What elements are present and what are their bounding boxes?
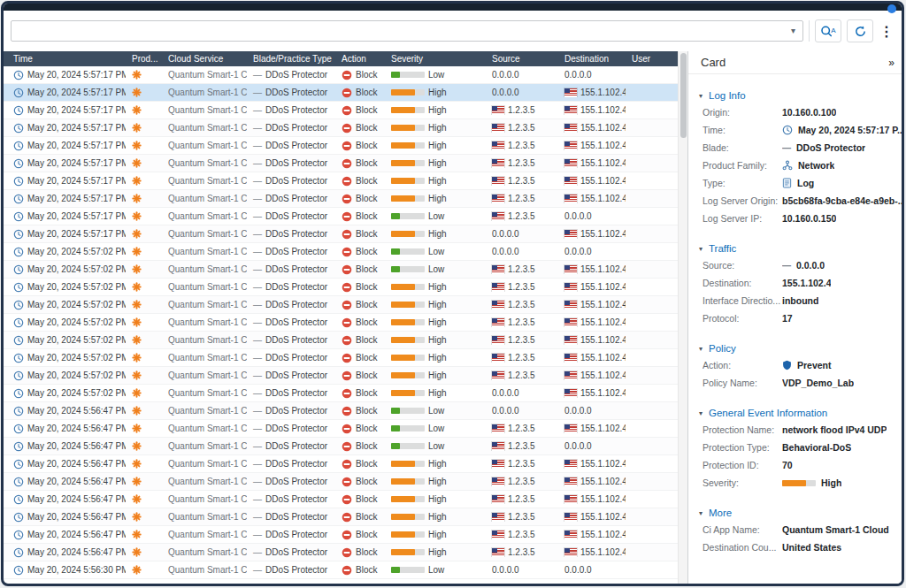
column-header-cloud-service[interactable]: Cloud Service	[162, 54, 247, 64]
product-splat-icon	[132, 282, 142, 292]
clock-icon	[13, 335, 24, 346]
card-header: Card »	[688, 51, 902, 74]
dash-icon: —	[782, 261, 791, 271]
log-row[interactable]: May 20, 2024 5:56:47 PMQuantum Smart-1 C…	[4, 420, 678, 438]
log-row[interactable]: May 20, 2024 5:57:17 PMQuantum Smart-1 C…	[4, 225, 678, 243]
log-row[interactable]: May 20, 2024 5:57:02 PMQuantum Smart-1 C…	[4, 367, 678, 385]
log-row[interactable]: May 20, 2024 5:56:47 PMQuantum Smart-1 C…	[4, 491, 678, 508]
query-dropdown-caret-icon[interactable]: ▾	[791, 27, 795, 35]
query-search-input[interactable]: ▾	[11, 20, 803, 42]
block-action-icon	[342, 565, 352, 576]
cell-time: May 20, 2024 5:56:47 PM	[7, 512, 126, 523]
column-header-user[interactable]: User	[626, 54, 678, 64]
product-splat-icon	[132, 370, 142, 380]
clock-icon	[13, 194, 24, 204]
severity-bar-icon	[391, 178, 425, 184]
dash-icon: —	[253, 176, 262, 186]
log-row[interactable]: May 20, 2024 5:57:17 PMQuantum Smart-1 C…	[4, 155, 678, 172]
table-scrollbar[interactable]	[678, 51, 687, 584]
log-row[interactable]: May 20, 2024 5:56:47 PMQuantum Smart-1 C…	[4, 508, 678, 526]
column-header-blade-practice-type[interactable]: Blade/Practice Type	[247, 54, 335, 64]
log-row[interactable]: May 20, 2024 5:57:17 PMQuantum Smart-1 C…	[4, 119, 678, 137]
field-value: Log	[782, 178, 814, 188]
refresh-button[interactable]	[847, 19, 873, 42]
us-flag-icon	[564, 177, 577, 186]
log-row[interactable]: May 20, 2024 5:57:17 PMQuantum Smart-1 C…	[4, 66, 678, 84]
us-flag-icon	[564, 124, 577, 133]
field-label: Protection ID:	[703, 460, 782, 470]
log-row[interactable]: May 20, 2024 5:57:02 PMQuantum Smart-1 C…	[4, 349, 678, 367]
cell-cloud-service: Quantum Smart-1 Cloud	[162, 70, 247, 80]
cell-severity: High	[385, 176, 486, 186]
text-search-button[interactable]: A	[815, 19, 841, 42]
log-row[interactable]: May 20, 2024 5:57:02 PMQuantum Smart-1 C…	[4, 243, 678, 261]
section-header[interactable]: ▾Traffic	[688, 241, 902, 256]
field-value: b5cb68fa-9cba-e84e-a9eb-...	[782, 195, 902, 206]
clock-icon	[782, 125, 793, 135]
card-field: Log Server Origin:b5cb68fa-9cba-e84e-a9e…	[688, 192, 902, 210]
section-header[interactable]: ▾Policy	[688, 340, 902, 356]
cell-time: May 20, 2024 5:57:02 PM	[7, 388, 126, 399]
field-value: 70	[782, 460, 793, 470]
cell-product	[126, 105, 162, 115]
log-row[interactable]: May 20, 2024 5:56:47 PMQuantum Smart-1 C…	[4, 544, 678, 561]
us-flag-icon	[564, 424, 577, 433]
section-header[interactable]: ▾Log Info	[688, 88, 902, 103]
options-menu-button[interactable]: ⋮	[879, 19, 894, 42]
product-splat-icon	[132, 406, 142, 416]
log-row[interactable]: May 20, 2024 5:56:47 PMQuantum Smart-1 C…	[4, 526, 678, 544]
log-row[interactable]: May 20, 2024 5:57:17 PMQuantum Smart-1 C…	[4, 208, 678, 225]
log-row[interactable]: May 20, 2024 5:57:02 PMQuantum Smart-1 C…	[4, 296, 678, 314]
cell-cloud-service: Quantum Smart-1 Cloud	[162, 282, 247, 292]
log-row[interactable]: May 20, 2024 5:57:02 PMQuantum Smart-1 C…	[4, 332, 678, 349]
log-row[interactable]: May 20, 2024 5:56:47 PMQuantum Smart-1 C…	[4, 473, 678, 491]
cell-severity: High	[385, 123, 486, 133]
log-row[interactable]: May 20, 2024 5:56:47 PMQuantum Smart-1 C…	[4, 438, 678, 455]
cell-blade: —DDoS Protector	[247, 512, 335, 522]
section-title: More	[709, 508, 732, 518]
section-header[interactable]: ▾More	[688, 505, 902, 521]
cell-cloud-service: Quantum Smart-1 Cloud	[162, 300, 247, 309]
user-avatar[interactable]	[887, 4, 896, 13]
cell-time: May 20, 2024 5:56:47 PM	[7, 406, 126, 416]
top-chrome-strip	[4, 4, 902, 11]
cell-cloud-service: Quantum Smart-1 Cloud	[162, 141, 247, 150]
cell-source: 1.2.3.5	[486, 335, 558, 345]
section-header[interactable]: ▾General Event Information	[688, 405, 902, 421]
column-header-prod[interactable]: Prod...	[126, 54, 162, 64]
block-action-icon	[342, 441, 352, 452]
cell-product	[126, 317, 162, 327]
dash-icon: —	[253, 247, 262, 256]
log-row[interactable]: May 20, 2024 5:56:30 PMQuantum Smart-1 C…	[4, 561, 678, 579]
log-row[interactable]: May 20, 2024 5:56:47 PMQuantum Smart-1 C…	[4, 455, 678, 473]
log-row[interactable]: May 20, 2024 5:57:17 PMQuantum Smart-1 C…	[4, 102, 678, 119]
cell-action: Block	[335, 158, 385, 169]
cell-destination: 155.1.102.4	[558, 300, 626, 309]
log-row[interactable]: May 20, 2024 5:57:02 PMQuantum Smart-1 C…	[4, 279, 678, 296]
column-header-destination[interactable]: Destination	[558, 54, 626, 64]
column-header-action[interactable]: Action	[335, 54, 385, 64]
clock-icon	[13, 406, 24, 416]
collapse-panel-icon[interactable]: »	[888, 57, 894, 69]
log-row[interactable]: May 20, 2024 5:57:17 PMQuantum Smart-1 C…	[4, 84, 678, 102]
log-row[interactable]: May 20, 2024 5:56:47 PMQuantum Smart-1 C…	[4, 402, 678, 420]
scrollbar-thumb[interactable]	[680, 53, 687, 138]
dash-icon: —	[253, 547, 262, 557]
column-header-severity[interactable]: Severity	[385, 54, 486, 64]
log-row[interactable]: May 20, 2024 5:57:02 PMQuantum Smart-1 C…	[4, 261, 678, 279]
product-splat-icon	[132, 335, 142, 345]
log-row[interactable]: May 20, 2024 5:57:02 PMQuantum Smart-1 C…	[4, 314, 678, 332]
cell-product	[126, 547, 162, 557]
field-value: Prevent	[782, 360, 832, 370]
log-row[interactable]: May 20, 2024 5:57:02 PMQuantum Smart-1 C…	[4, 385, 678, 402]
block-action-icon	[342, 70, 352, 80]
column-header-time[interactable]: Time	[7, 54, 126, 64]
cell-time: May 20, 2024 5:56:47 PM	[7, 477, 126, 487]
cell-blade: —DDoS Protector	[247, 547, 335, 557]
log-row[interactable]: May 20, 2024 5:57:17 PMQuantum Smart-1 C…	[4, 190, 678, 208]
cell-product	[126, 353, 162, 363]
log-row[interactable]: May 20, 2024 5:57:17 PMQuantum Smart-1 C…	[4, 137, 678, 155]
column-header-source[interactable]: Source	[486, 54, 558, 64]
cell-cloud-service: Quantum Smart-1 Cloud	[162, 530, 247, 539]
log-row[interactable]: May 20, 2024 5:57:17 PMQuantum Smart-1 C…	[4, 172, 678, 190]
